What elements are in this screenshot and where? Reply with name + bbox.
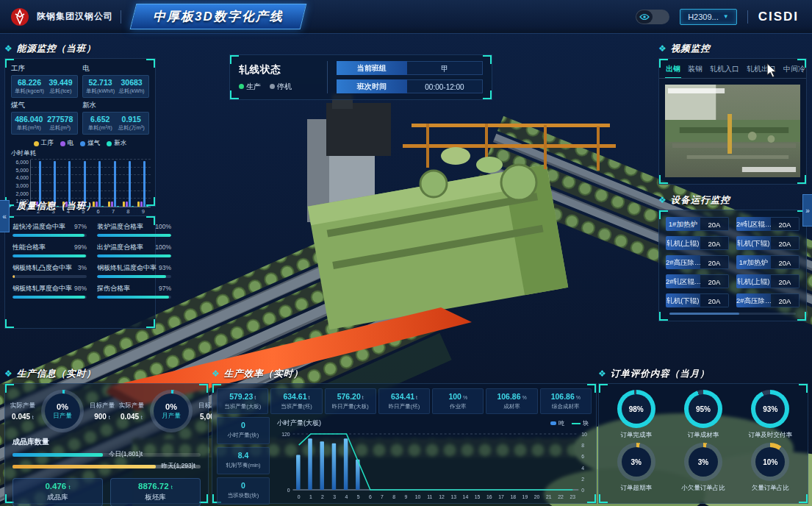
energy-panel: 工序 68.226单耗(kgce/t) 39.449总耗(tce) 电 52.7…: [4, 58, 156, 207]
device-current-value: 20A: [700, 236, 729, 250]
orders-panel: 98%订单完成率95%订单成材率93%订单及时交付率3%订单超期率3%小欠量订单…: [598, 383, 808, 504]
mouse-cursor: [766, 63, 777, 78]
svg-text:2: 2: [321, 494, 324, 499]
quality-item-label: 性能合格率: [12, 243, 46, 252]
status-legend-item: 生产: [239, 82, 261, 92]
heat-number-dropdown[interactable]: H2309... ▼: [680, 9, 737, 25]
quality-item: 性能合格率99%: [12, 243, 87, 257]
order-metric-label: 订单及时交付率: [749, 431, 793, 440]
video-tab-5[interactable]: 中间冷: [783, 62, 806, 78]
video-panel: 出钢装钢轧机入口轧机出口中间冷电加热: [658, 58, 807, 185]
order-metric: 10%欠量订单占比: [738, 443, 803, 493]
production-panel: 实际产量 0.045 t 0% 日产量 目标产量 900 t 实际产量 0.04…: [4, 383, 209, 504]
quality-item-label: 探伤合格率: [97, 284, 130, 293]
svg-text:19: 19: [522, 494, 528, 499]
legend-dot-icon: [80, 141, 85, 146]
store-label: 板坯库: [111, 493, 200, 502]
app-title-plate: 中厚板3D数字化产线: [130, 4, 306, 29]
left-panel-collapse-handle[interactable]: «: [0, 200, 10, 232]
device-row: 轧机(上辊)20A: [666, 236, 729, 250]
quality-item-percent: 97%: [74, 223, 87, 230]
efficiency-stat-card: 579.23 t当班产量(大板): [217, 388, 268, 414]
svg-text:23: 23: [570, 494, 575, 499]
svg-text:22: 22: [558, 494, 564, 499]
legend-pieces[interactable]: 块: [572, 419, 589, 427]
device-current-value: 20A: [771, 274, 800, 288]
dashboard-root: 陕钢集团汉钢公司 中厚板3D数字化产线 H2309... ▼ CISDI ❖ 能…: [0, 0, 812, 506]
svg-text:120: 120: [281, 432, 290, 437]
energy-chart-label: 小时单耗: [5, 149, 155, 158]
stock-bar-today: 今日(1,801)t: [12, 450, 201, 460]
energy-legend-item[interactable]: 新水: [107, 139, 126, 148]
devices-title: 设备运行监控: [671, 194, 730, 207]
gauge-name: 月产量: [162, 412, 181, 421]
svg-text:3: 3: [333, 494, 336, 499]
devices-scrollbar-thumb[interactable]: [669, 313, 739, 315]
svg-text:9: 9: [405, 494, 408, 499]
header-divider: [747, 10, 748, 24]
svg-text:20: 20: [534, 494, 540, 499]
svg-text:16: 16: [486, 494, 492, 499]
store-value: 8876.72: [138, 482, 169, 491]
video-tab-3[interactable]: 轧机入口: [709, 62, 740, 78]
orders-period: （当月）: [670, 368, 710, 379]
video-title: 视频监控: [671, 43, 711, 55]
eye-icon: [636, 10, 653, 24]
device-current-value: 20A: [771, 217, 800, 231]
device-current-value: 20A: [771, 293, 800, 307]
visibility-toggle[interactable]: [636, 10, 669, 24]
devices-scrollbar: [669, 313, 796, 315]
quality-item-label: 超快冷温度命中率: [12, 222, 65, 232]
svg-text:6: 6: [581, 454, 584, 459]
order-metric: 98%订单完成率: [603, 390, 669, 440]
quality-item-label: 钢板终轧凸度命中率: [12, 263, 72, 273]
video-tab-1[interactable]: 出钢: [665, 62, 681, 78]
device-row: 2#轧区辊…20A: [736, 217, 800, 231]
efficiency-section: ❖ 生产效率（实时） 579.23 t当班产量(大板)634.61 t当班产量(…: [212, 366, 597, 504]
legend-tons[interactable]: 吨: [550, 419, 564, 427]
device-row: 1#加热炉20A: [736, 255, 800, 269]
device-current-value: 20A: [700, 217, 729, 231]
target-output-label: 目标产量: [87, 402, 117, 410]
energy-value: 0.915: [118, 115, 146, 124]
energy-legend-item[interactable]: 工序: [34, 139, 54, 148]
shift-time-label: 班次时间: [337, 79, 407, 93]
device-current-value: 20A: [771, 236, 800, 250]
efficiency-stat-card: 634.61 t当班产量(坯): [270, 388, 322, 414]
video-feed[interactable]: [665, 85, 800, 177]
orders-title: 订单评价内容: [611, 368, 670, 379]
order-donut: 98%: [617, 390, 655, 428]
energy-legend-item[interactable]: 煤气: [80, 139, 100, 148]
svg-text:15: 15: [475, 494, 481, 499]
energy-group-name: 电: [82, 64, 149, 74]
stock-bar-label: 今日(1,801)t: [109, 450, 143, 459]
svg-text:0: 0: [581, 488, 584, 493]
video-section: ❖ 视频监控 出钢装钢轧机入口轧机出口中间冷电加热: [658, 41, 807, 185]
quality-item: 钢板终轧凸度命中率3%: [12, 263, 87, 278]
svg-text:13: 13: [450, 494, 456, 499]
right-panel-collapse-handle[interactable]: »: [802, 194, 812, 227]
line-legend-icon: [572, 423, 581, 424]
energy-value: 39.449: [47, 78, 74, 87]
order-metric-label: 小欠量订单占比: [681, 484, 725, 493]
monthly-output-gauge: 0% 月产量: [150, 390, 193, 432]
order-metric-label: 订单成材率: [688, 431, 719, 440]
energy-unit: 总耗(kWh): [118, 88, 145, 95]
device-row: 轧机(上辊)20A: [736, 274, 800, 288]
energy-legend-item[interactable]: 电: [60, 139, 74, 148]
quality-item: 钢板终轧厚度命中率98%: [12, 284, 87, 299]
quality-item-percent: 100%: [155, 223, 171, 230]
order-donut: 93%: [751, 390, 789, 428]
video-tab-2[interactable]: 装钢: [687, 62, 703, 78]
efficiency-side-card: 8.4轧制节奏(min): [217, 447, 270, 474]
energy-group-box: 6.652单耗(m³/t) 0.915总耗(万m³): [82, 112, 149, 135]
energy-unit: 单耗(m³/t): [15, 124, 43, 132]
hour-chart-legend: 吨 块: [550, 419, 589, 427]
device-current-value: 20A: [700, 255, 729, 269]
svg-text:4: 4: [581, 466, 584, 471]
gauge-percent: 0%: [165, 402, 177, 411]
line-status-section: 轧线状态 生产停机 当前班组 甲 班次时间 00:00-12:00: [229, 54, 492, 100]
production-period: （实时）: [57, 368, 96, 379]
stock-bar-yesterday: 昨天(1,293)t: [12, 462, 201, 471]
company-name: 陕钢集团汉钢公司: [37, 10, 113, 23]
